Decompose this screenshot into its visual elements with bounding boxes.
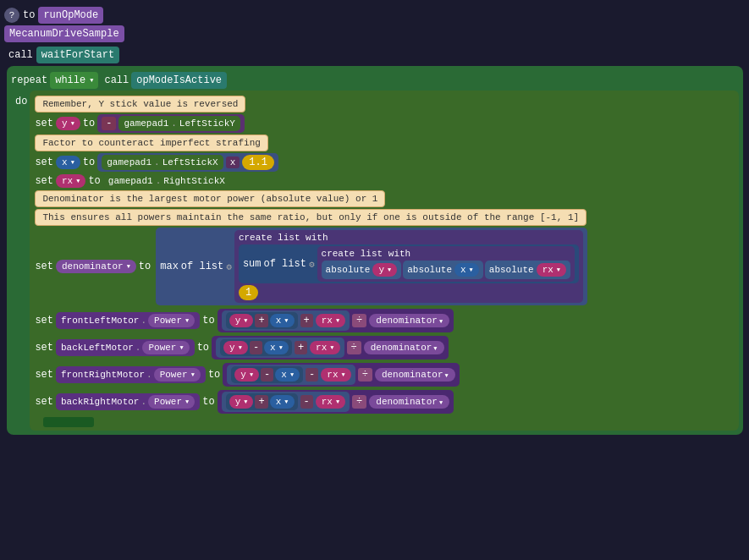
fl-div: ÷ [352, 314, 366, 327]
comment1-row: Remember, Y stick value is reversed [35, 96, 734, 113]
help-button[interactable]: ? [4, 8, 19, 23]
bl-math: y - x + rx ÷ denominator [212, 336, 448, 360]
bl-plus2: + [295, 341, 307, 354]
set-label-y: set [35, 118, 53, 129]
comment3-row: Denominator is the largest motor power (… [35, 190, 734, 207]
fr-motor-block[interactable]: frontRightMotor . Power [56, 366, 206, 383]
bl-inner: y - x + rx [216, 338, 344, 358]
br-denom[interactable]: denominator [369, 395, 449, 409]
abs2-label: absolute [407, 265, 452, 275]
set-label-rx: set [35, 175, 53, 187]
abs1-group: absolute y [322, 261, 402, 279]
fl-power[interactable]: Power [148, 314, 195, 327]
rx-abs-var[interactable]: rx [537, 263, 566, 277]
y-var[interactable]: y [56, 117, 80, 130]
br-minus2: - [300, 395, 313, 409]
to-label-x: to [83, 156, 95, 168]
front-right-motor-row: set frontRightMotor . Power to y - x [35, 363, 734, 387]
abs-row: absolute y absolute x [322, 261, 570, 279]
fr-power[interactable]: Power [154, 368, 201, 382]
op-mode-active-block[interactable]: opModeIsActive [131, 72, 227, 89]
set-denom-row: set denominator to max of list ⚙ create … [35, 228, 734, 305]
value-1-1: 1.1 [242, 155, 274, 170]
gamepad1-rx-block[interactable]: gamepad1 . RightStickX [103, 173, 230, 189]
comment1: Remember, Y stick value is reversed [35, 96, 245, 113]
neg-op: - [102, 117, 116, 130]
gamepad1-y-block[interactable]: gamepad1 . LeftStickY [118, 116, 240, 131]
bl-x[interactable]: x [264, 341, 289, 354]
br-yx: y + x [226, 393, 298, 410]
do-body: Remember, Y stick value is reversed set … [30, 91, 739, 431]
sum-row: sum of list ⚙ create list with absolute [239, 244, 579, 283]
call-wait-row: call waitForStart [8, 47, 119, 63]
x-var[interactable]: x [56, 156, 80, 169]
sum-group: sum of list ⚙ create list with absolute [239, 244, 579, 283]
fl-math: y + x + rx ÷ denominator [218, 309, 454, 332]
fr-div: ÷ [358, 368, 372, 382]
fl-yx: y + x [226, 312, 298, 329]
wait-for-start-block[interactable]: waitForStart [36, 47, 119, 63]
bl-power[interactable]: Power [142, 341, 189, 354]
fl-x[interactable]: x [270, 314, 295, 327]
to-label-y: to [83, 118, 95, 129]
while-block[interactable]: while [50, 72, 98, 89]
br-power[interactable]: Power [148, 395, 195, 409]
y-abs-var[interactable]: y [372, 263, 397, 277]
repeat-label: repeat [11, 74, 47, 86]
set-bl: set [35, 342, 53, 354]
of-list-label2: of list [264, 258, 306, 270]
denom-var[interactable]: denominator [56, 260, 136, 273]
sum-label: sum [243, 258, 262, 270]
br-plus1: + [255, 395, 267, 409]
neg-gamepad-group: - gamepad1 . LeftStickY [97, 114, 245, 133]
create-list-group1: create list with sum of list ⚙ create li… [234, 230, 583, 303]
br-rx[interactable]: rx [316, 395, 345, 409]
bl-yx: y - x [220, 339, 292, 356]
gamepad1-x-block[interactable]: gamepad1 . LeftStickX [102, 155, 223, 170]
br-motor-block[interactable]: backRightMotor . Power [56, 393, 200, 410]
gear-icon-2: ⚙ [309, 259, 315, 270]
set-br: set [35, 396, 53, 408]
br-y[interactable]: y [229, 395, 254, 409]
bl-minus: - [250, 341, 262, 354]
abs1-label: absolute [326, 265, 371, 275]
fr-minus2: - [306, 368, 318, 382]
num-1: 1 [239, 285, 258, 300]
abs3-group: absolute rx [485, 261, 570, 279]
header-row: ? to runOpMode [4, 7, 103, 24]
fl-rx[interactable]: rx [316, 314, 345, 327]
bl-div: ÷ [347, 341, 361, 354]
br-x[interactable]: x [270, 395, 295, 409]
bl-rx[interactable]: rx [310, 341, 339, 354]
set-label-x: set [35, 156, 53, 168]
fl-motor-block[interactable]: frontLeftMotor . Power [56, 312, 200, 329]
rx-var[interactable]: rx [56, 174, 85, 188]
fr-x[interactable]: x [275, 368, 300, 382]
to-label-denom: to [139, 261, 151, 272]
fr-y[interactable]: y [234, 368, 259, 382]
class-name-block[interactable]: MecanumDriveSample [4, 25, 124, 42]
create-list-label1: create list with [239, 233, 579, 243]
fl-denom[interactable]: denominator [369, 314, 449, 327]
run-op-mode-block[interactable]: runOpMode [38, 7, 103, 24]
call-label: call [8, 49, 33, 61]
fr-yx: y - x [231, 366, 303, 383]
comment2: Factor to counteract imperfect strafing [35, 135, 267, 151]
fr-rx[interactable]: rx [321, 368, 350, 382]
repeat-row: repeat while call opModeIsActive [11, 72, 739, 89]
bottom-notch [43, 417, 734, 427]
set-fr: set [35, 369, 53, 381]
fl-y[interactable]: y [229, 314, 254, 327]
to-br: to [202, 396, 214, 408]
fr-denom[interactable]: denominator [375, 368, 455, 382]
abs3-label: absolute [489, 265, 534, 275]
x-abs-var[interactable]: x [454, 263, 479, 277]
bl-denom[interactable]: denominator [364, 341, 444, 354]
front-left-motor-row: set frontLeftMotor . Power to y + x [35, 309, 734, 332]
to-bl: to [197, 342, 209, 354]
bl-motor-block[interactable]: backLeftMotor . Power [56, 339, 195, 356]
fr-inner: y - x - rx [227, 365, 355, 385]
do-row: do Remember, Y stick value is reversed s… [11, 91, 739, 431]
bl-y[interactable]: y [223, 341, 248, 354]
of-list-label1: of list [181, 261, 223, 272]
